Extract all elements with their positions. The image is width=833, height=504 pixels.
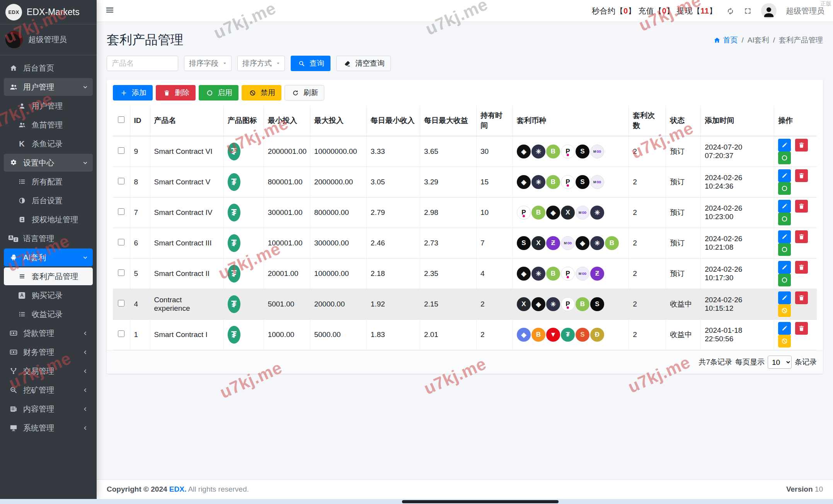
row-disable-button[interactable]: [778, 335, 791, 347]
hamburger-menu-icon[interactable]: [105, 5, 114, 17]
select-all-header: [113, 106, 130, 136]
brand[interactable]: EDX EDX-Markets: [0, 0, 97, 24]
sidebar-subitem-fry-mgmt[interactable]: 鱼苗管理: [4, 116, 93, 134]
sidebar-item-mining-mgmt[interactable]: 挖矿管理: [4, 381, 93, 399]
stat-withdraw[interactable]: 提现【11】: [677, 7, 717, 15]
coin-xrp-icon: X: [531, 236, 545, 250]
refresh-icon: [291, 90, 300, 96]
search-button[interactable]: 查询: [291, 56, 330, 71]
sidebar-item-trade-mgmt[interactable]: 交易管理: [4, 362, 93, 380]
sort-field-select[interactable]: 排序字段: [184, 56, 232, 71]
row-checkbox[interactable]: [118, 269, 124, 276]
row-checkbox[interactable]: [118, 208, 124, 215]
sidebar-subitem-kill-records[interactable]: K杀鱼记录: [4, 135, 93, 153]
row-enable-button[interactable]: [778, 243, 791, 256]
sidebar-item-label: 后台首页: [23, 63, 54, 73]
row-delete-button[interactable]: [795, 261, 808, 274]
coin-bch-icon: B: [605, 236, 619, 250]
sort-order-select[interactable]: 排序方式: [237, 56, 285, 71]
sidebar-subitem-arbitrage-product-mgmt[interactable]: 套利产品管理: [4, 267, 93, 285]
row-enable-button[interactable]: [778, 274, 791, 286]
cell-daily-min: 3.05: [366, 167, 420, 198]
row-edit-button[interactable]: [778, 322, 791, 335]
cell-hold-time: 10: [476, 198, 513, 228]
row-delete-button[interactable]: [795, 230, 808, 243]
money-icon: [9, 348, 18, 356]
per-page-select[interactable]: 10: [768, 356, 792, 369]
sidebar-item-user-mgmt[interactable]: 用户管理: [4, 78, 93, 96]
cell-min-invest: 20001.00: [264, 259, 310, 289]
enable-button[interactable]: 启用: [199, 85, 238, 100]
sidebar-subitem-auth-address-mgmt[interactable]: 授权地址管理: [4, 211, 93, 228]
add-button[interactable]: 添加: [113, 85, 153, 100]
row-delete-button[interactable]: [795, 139, 808, 152]
row-edit-button[interactable]: [778, 139, 791, 152]
table-row: 6 Smart Contract III ₮ 100001.00 300000.…: [113, 228, 817, 259]
row-enable-button[interactable]: [778, 182, 791, 195]
user-avatar[interactable]: [761, 3, 777, 19]
row-delete-button[interactable]: [795, 322, 808, 335]
navbar-username[interactable]: 超级管理员: [786, 6, 824, 16]
sidebar-item-content-mgmt[interactable]: 内容管理: [4, 400, 93, 418]
coin-bch-icon: B: [531, 206, 545, 220]
sidebar-item-settings-center[interactable]: 设置中心: [4, 154, 93, 172]
fullscreen-icon[interactable]: [744, 7, 752, 15]
cell-daily-max: 3.29: [420, 167, 476, 198]
row-disable-button[interactable]: [778, 304, 791, 317]
coin-polygon-icon: M∞: [590, 175, 604, 189]
row-checkbox[interactable]: [118, 239, 124, 245]
cell-times: 2: [629, 259, 666, 289]
sidebar-item-finance-mgmt[interactable]: 财务管理: [4, 343, 93, 361]
row-edit-button[interactable]: [778, 291, 791, 304]
cell-daily-min: 1.92: [366, 289, 420, 320]
coin-xlm-icon: S: [576, 175, 589, 189]
stat-seconds-contract[interactable]: 秒合约【0】: [592, 7, 636, 15]
row-delete-button[interactable]: [795, 200, 808, 213]
row-delete-button[interactable]: [795, 291, 808, 304]
sidebar-subitem-all-config[interactable]: 所有配置: [4, 173, 93, 191]
footer-brand-link[interactable]: EDX.: [169, 485, 186, 493]
coin-xrp-icon: X: [561, 206, 575, 220]
sidebar: EDX EDX-Markets 超级管理员 后台首页用户管理用户管理鱼苗管理K杀…: [0, 0, 97, 499]
breadcrumb-home[interactable]: 首页: [714, 35, 738, 45]
row-checkbox[interactable]: [118, 147, 124, 154]
refresh-button[interactable]: 刷新: [284, 85, 324, 100]
top-navbar: 秒合约【0】充值【0】提现【11】 超级管理员: [97, 0, 833, 22]
sidebar-item-label: 用户管理: [23, 82, 54, 92]
cell-product-icon: ₮: [223, 228, 264, 259]
sidebar-item-dashboard[interactable]: 后台首页: [4, 59, 93, 77]
column-header: 套利次数: [629, 106, 666, 136]
row-edit-button[interactable]: [778, 200, 791, 213]
sidebar-item-loan-mgmt[interactable]: 贷款管理: [4, 324, 93, 342]
sidebar-subitem-profit-records[interactable]: 收益记录: [4, 305, 93, 323]
row-delete-button[interactable]: [795, 169, 808, 182]
sidebar-subitem-backend-settings[interactable]: 后台设置: [4, 192, 93, 209]
sidebar-subitem-purchase-records[interactable]: 购买记录: [4, 286, 93, 304]
row-edit-button[interactable]: [778, 169, 791, 182]
cell-id: 5: [130, 259, 150, 289]
product-name-input[interactable]: [107, 56, 178, 71]
sidebar-item-label: 语言管理: [23, 233, 54, 244]
stat-deposit[interactable]: 充值【0】: [638, 7, 675, 15]
delete-button[interactable]: 删除: [156, 85, 196, 100]
row-enable-button[interactable]: [778, 152, 791, 164]
pagination-bar: 共7条记录 每页显示 10 条记录: [107, 350, 823, 374]
sidebar-item-system-mgmt[interactable]: 系统管理: [4, 419, 93, 437]
row-checkbox[interactable]: [118, 330, 124, 337]
disable-button[interactable]: 禁用: [242, 85, 281, 100]
sidebar-subitem-user-list[interactable]: 用户管理: [4, 97, 93, 115]
sidebar-user-panel[interactable]: 超级管理员: [0, 24, 97, 55]
breadcrumb-ai-arbitrage[interactable]: AI套利: [748, 35, 769, 45]
sidebar-item-ai-arbitrage[interactable]: AI套利: [4, 249, 93, 266]
refresh-icon[interactable]: [726, 7, 734, 15]
clear-search-button[interactable]: 清空查询: [336, 56, 391, 71]
sidebar-item-language-mgmt[interactable]: Az语言管理: [4, 230, 93, 247]
row-checkbox[interactable]: [118, 300, 124, 306]
row-enable-button[interactable]: [778, 213, 791, 225]
row-edit-button[interactable]: [778, 230, 791, 243]
column-header: 状态: [666, 106, 701, 136]
select-all-checkbox[interactable]: [118, 116, 124, 123]
page-title: 套利产品管理: [107, 31, 183, 49]
row-checkbox[interactable]: [118, 178, 124, 184]
row-edit-button[interactable]: [778, 261, 791, 274]
